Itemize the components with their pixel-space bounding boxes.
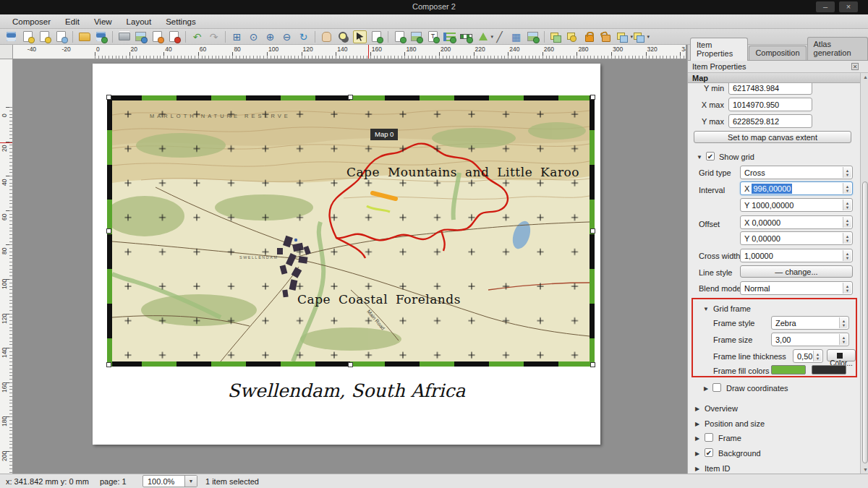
undo-button[interactable]: ↶ xyxy=(190,30,204,43)
set-to-map-canvas-extent-button[interactable]: Set to map canvas extent xyxy=(694,131,851,143)
panel-scrollbar[interactable]: ▲ ▼ xyxy=(860,73,868,474)
zoom-level-combo[interactable]: 100.0% ▼ xyxy=(142,475,197,487)
zoom-actual-button[interactable]: ⊙ xyxy=(247,30,260,43)
unlock-items-button[interactable] xyxy=(599,30,613,43)
zoom-full-button[interactable]: ⊞ xyxy=(230,30,244,43)
page-title-label[interactable]: Swellendam, South Africa xyxy=(93,380,600,401)
load-from-template-button[interactable] xyxy=(77,30,91,43)
show-grid-checkbox[interactable]: ✔ xyxy=(706,152,715,160)
add-legend-button[interactable] xyxy=(443,30,456,43)
export-as-pdf-button[interactable] xyxy=(167,30,181,43)
add-html-frame-button[interactable] xyxy=(526,30,540,43)
grid-frame-expand-icon[interactable]: ▼ xyxy=(703,306,709,312)
lock-items-button[interactable] xyxy=(582,30,596,43)
menu-view[interactable]: View xyxy=(88,16,119,27)
v-ruler-label: 20 xyxy=(1,145,8,151)
dropdown-arrow-icon[interactable]: ▾ xyxy=(647,34,650,39)
move-item-content-button[interactable] xyxy=(370,30,383,43)
scrollbar-thumb[interactable] xyxy=(862,181,868,463)
selection-handle-w[interactable] xyxy=(106,228,111,234)
selection-handle-e[interactable] xyxy=(590,228,595,234)
add-image-button[interactable] xyxy=(409,30,423,43)
zoom-tool-button[interactable] xyxy=(336,30,350,43)
frame-line-thickness-field[interactable]: 0,50▲▼ xyxy=(793,349,823,363)
x-max-field[interactable]: 1014970.950 xyxy=(728,98,812,111)
add-arrow-button[interactable]: ╱ xyxy=(493,30,506,43)
frame-style-combo[interactable]: Zebra▲▼ xyxy=(771,316,849,330)
draw-coordinates-expand-icon[interactable]: ▶ xyxy=(704,385,708,392)
selection-handle-n[interactable] xyxy=(348,95,353,100)
position-and-size-expand-icon[interactable]: ▶ xyxy=(695,421,699,427)
tab-composition[interactable]: Composition xyxy=(749,46,806,60)
background-checkbox[interactable]: ✔ xyxy=(705,448,713,457)
select-move-item-button[interactable] xyxy=(353,30,367,43)
export-as-image-button[interactable] xyxy=(134,30,148,43)
panel-close-icon[interactable]: ✕ xyxy=(851,63,859,70)
page[interactable]: MARLOTH NATURE RESERVE Main Road SWELLEN… xyxy=(93,64,600,445)
scroll-down-icon[interactable]: ▼ xyxy=(862,467,868,472)
background-expand-icon[interactable]: ▶ xyxy=(695,450,699,457)
duplicate-composer-button[interactable] xyxy=(38,30,51,43)
align-items-button[interactable]: ▾ xyxy=(632,30,646,43)
redo-button[interactable]: ↷ xyxy=(207,30,221,43)
ungroup-items-button[interactable] xyxy=(566,30,579,43)
raise-items-button[interactable]: ▾ xyxy=(616,30,629,43)
save-as-template-button[interactable] xyxy=(94,30,108,43)
add-shape-button[interactable]: ▾ xyxy=(476,30,490,43)
tab-atlas-generation[interactable]: Atlas generation xyxy=(807,37,868,60)
frame-checkbox[interactable] xyxy=(705,433,713,442)
cross-width-field[interactable]: 1,00000▲▼ xyxy=(740,249,853,262)
minimize-button[interactable]: – xyxy=(816,1,835,12)
draw-coordinates-checkbox[interactable] xyxy=(712,383,721,392)
zoom-in-button[interactable]: ⊕ xyxy=(263,30,277,43)
selection-handle-nw[interactable] xyxy=(106,95,111,100)
frame-size-field[interactable]: 3,00▲▼ xyxy=(771,333,849,346)
group-items-button[interactable] xyxy=(549,30,563,43)
menu-edit[interactable]: Edit xyxy=(59,16,86,27)
scroll-up-icon[interactable]: ▲ xyxy=(862,74,868,80)
map-label-upper: Cape Mountains and Little Karoo xyxy=(282,165,590,179)
new-composer-button[interactable] xyxy=(21,30,35,43)
selection-handle-sw[interactable] xyxy=(106,362,111,367)
selection-handle-ne[interactable] xyxy=(590,95,595,100)
add-label-button[interactable] xyxy=(426,30,440,43)
item-id-expand-icon[interactable]: ▶ xyxy=(695,466,699,472)
composer-manager-button[interactable] xyxy=(54,30,68,43)
save-project-button[interactable] xyxy=(4,30,18,43)
y-max-field[interactable]: 6228529.812 xyxy=(728,114,812,128)
refresh-view-button[interactable]: ↻ xyxy=(297,30,310,43)
export-as-svg-button[interactable] xyxy=(150,30,164,43)
offset-x-field[interactable]: X 0,00000▲▼ xyxy=(740,215,853,229)
add-new-map-button[interactable] xyxy=(393,30,407,43)
close-button[interactable]: × xyxy=(839,1,858,12)
h-ruler-label: 240 xyxy=(509,46,519,53)
zoom-dropdown-icon[interactable]: ▼ xyxy=(184,476,197,487)
offset-y-field[interactable]: Y 0,00000▲▼ xyxy=(740,231,853,245)
show-grid-expand-icon[interactable]: ▼ xyxy=(697,154,702,160)
selection-handle-se[interactable] xyxy=(590,362,595,367)
print-button[interactable] xyxy=(117,30,131,43)
menu-settings[interactable]: Settings xyxy=(159,16,203,27)
selection-handle-s[interactable] xyxy=(348,362,353,367)
frame-fill-color-2-swatch[interactable] xyxy=(812,365,846,374)
blend-mode-combo[interactable]: Normal▲▼ xyxy=(740,281,853,295)
add-scalebar-button[interactable] xyxy=(459,30,473,43)
menu-layout[interactable]: Layout xyxy=(120,16,158,27)
interval-y-field[interactable]: Y 1000,00000▲▼ xyxy=(740,198,853,212)
overview-expand-icon[interactable]: ▶ xyxy=(695,406,699,412)
grid-type-combo[interactable]: Cross▲▼ xyxy=(740,166,853,179)
composer-canvas[interactable]: MARLOTH NATURE RESERVE Main Road SWELLEN… xyxy=(13,59,686,474)
add-attribute-table-button[interactable]: ▦ xyxy=(509,30,523,43)
frame-color-button[interactable]: Color... xyxy=(827,349,856,361)
map-item[interactable]: MARLOTH NATURE RESERVE Main Road SWELLEN… xyxy=(107,95,595,367)
frame-fill-color-1-swatch[interactable] xyxy=(771,365,806,374)
menu-composer[interactable]: Composer xyxy=(6,16,57,27)
interval-x-field[interactable]: X 996,00000▲▼ xyxy=(740,181,853,195)
line-style-change-button[interactable]: — change... xyxy=(740,265,853,278)
pan-button[interactable] xyxy=(320,30,333,43)
tab-item-properties[interactable]: Item Properties xyxy=(690,38,748,61)
h-ruler-label: 340 xyxy=(681,46,686,53)
frame-expand-icon[interactable]: ▶ xyxy=(695,435,699,442)
zoom-out-button[interactable]: ⊖ xyxy=(280,30,294,43)
y-min-field[interactable]: 6217483.984 xyxy=(728,83,812,95)
